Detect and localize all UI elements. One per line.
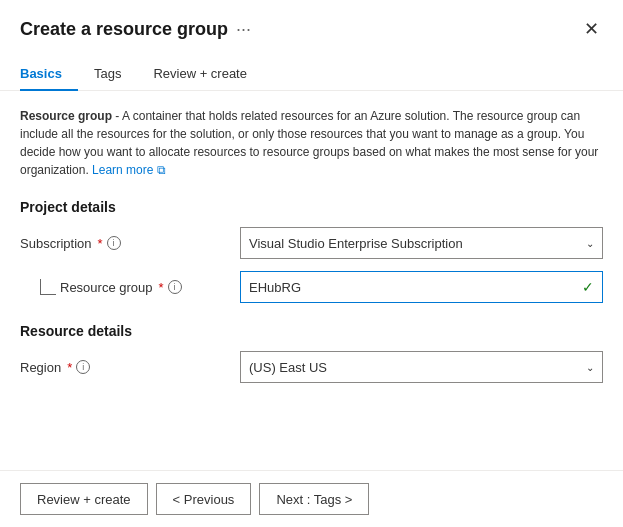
region-row: Region * i (US) East US ⌄ bbox=[20, 351, 603, 383]
resource-group-info-icon[interactable]: i bbox=[168, 280, 182, 294]
region-dropdown-arrow: ⌄ bbox=[586, 362, 594, 373]
region-required: * bbox=[67, 360, 72, 375]
resource-details-section: Resource details Region * i (US) East US… bbox=[20, 323, 603, 383]
tree-line bbox=[40, 279, 56, 295]
create-resource-group-dialog: Create a resource group ··· ✕ Basics Tag… bbox=[0, 0, 623, 527]
region-dropdown[interactable]: (US) East US ⌄ bbox=[240, 351, 603, 383]
description-text: Resource group - A container that holds … bbox=[20, 107, 603, 179]
description-separator: - bbox=[112, 109, 122, 123]
previous-button[interactable]: < Previous bbox=[156, 483, 252, 515]
region-label: Region bbox=[20, 360, 61, 375]
tab-review-create[interactable]: Review + create bbox=[137, 58, 263, 91]
main-content: Resource group - A container that holds … bbox=[0, 91, 623, 470]
project-details-section: Project details Subscription * i Visual … bbox=[20, 199, 603, 303]
subscription-row: Subscription * i Visual Studio Enterpris… bbox=[20, 227, 603, 259]
tab-tags[interactable]: Tags bbox=[78, 58, 137, 91]
resource-group-check-icon: ✓ bbox=[582, 279, 594, 295]
tab-basics[interactable]: Basics bbox=[20, 58, 78, 91]
resource-group-indent: Resource group * i bbox=[40, 280, 240, 295]
dialog-title: Create a resource group bbox=[20, 19, 228, 40]
region-control-col: (US) East US ⌄ bbox=[240, 351, 603, 383]
region-value: (US) East US bbox=[249, 360, 327, 375]
subscription-label: Subscription bbox=[20, 236, 92, 251]
resource-group-dropdown[interactable]: EHubRG ✓ bbox=[240, 271, 603, 303]
dialog-footer: Review + create < Previous Next : Tags > bbox=[0, 470, 623, 527]
subscription-dropdown-arrow: ⌄ bbox=[586, 238, 594, 249]
resource-details-title: Resource details bbox=[20, 323, 603, 339]
description-bold: Resource group bbox=[20, 109, 112, 123]
region-info-icon[interactable]: i bbox=[76, 360, 90, 374]
resource-group-value: EHubRG bbox=[249, 280, 301, 295]
resource-group-label-col: Resource group * i bbox=[60, 280, 240, 295]
review-create-button[interactable]: Review + create bbox=[20, 483, 148, 515]
tab-bar: Basics Tags Review + create bbox=[0, 46, 623, 91]
region-label-col: Region * i bbox=[20, 360, 240, 375]
resource-group-label-outer: Resource group * i bbox=[20, 280, 240, 295]
resource-group-required: * bbox=[159, 280, 164, 295]
subscription-dropdown[interactable]: Visual Studio Enterprise Subscription ⌄ bbox=[240, 227, 603, 259]
dialog-ellipsis-button[interactable]: ··· bbox=[236, 19, 251, 40]
subscription-required: * bbox=[98, 236, 103, 251]
dialog-header: Create a resource group ··· ✕ bbox=[0, 0, 623, 42]
next-button[interactable]: Next : Tags > bbox=[259, 483, 369, 515]
project-details-title: Project details bbox=[20, 199, 603, 215]
close-button[interactable]: ✕ bbox=[580, 16, 603, 42]
subscription-label-col: Subscription * i bbox=[20, 236, 240, 251]
external-link-icon: ⧉ bbox=[157, 163, 166, 177]
subscription-control-col: Visual Studio Enterprise Subscription ⌄ bbox=[240, 227, 603, 259]
learn-more-link[interactable]: Learn more ⧉ bbox=[92, 163, 166, 177]
subscription-value: Visual Studio Enterprise Subscription bbox=[249, 236, 463, 251]
resource-group-row: Resource group * i EHubRG ✓ bbox=[20, 271, 603, 303]
resource-group-label: Resource group bbox=[60, 280, 153, 295]
subscription-info-icon[interactable]: i bbox=[107, 236, 121, 250]
resource-group-control-col: EHubRG ✓ bbox=[240, 271, 603, 303]
dialog-title-row: Create a resource group ··· bbox=[20, 19, 251, 40]
